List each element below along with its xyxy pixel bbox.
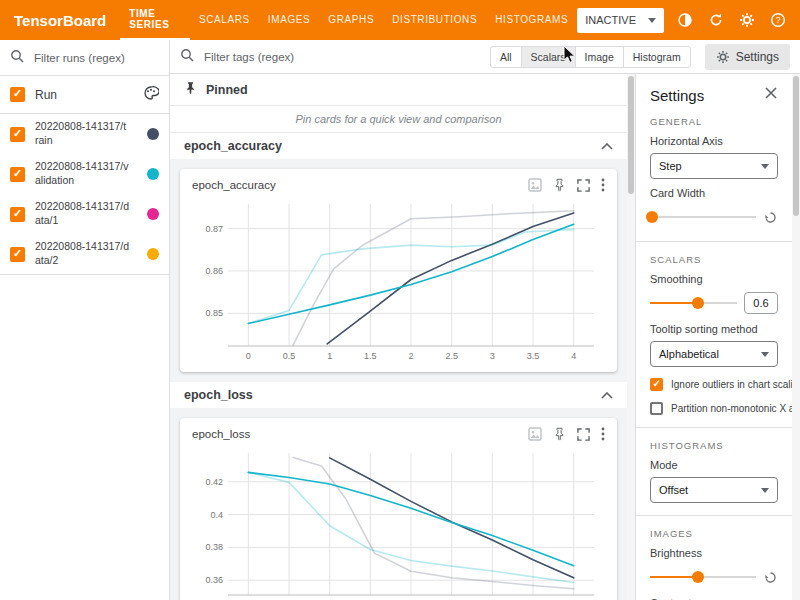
image-toggle-icon[interactable] — [528, 178, 542, 192]
reset-icon[interactable] — [763, 210, 778, 225]
slider-thumb[interactable] — [692, 571, 704, 583]
settings-button[interactable]: Settings — [705, 44, 790, 70]
run-checkbox[interactable] — [10, 207, 25, 222]
svg-text:0.36: 0.36 — [205, 575, 223, 585]
histograms-heading: HISTOGRAMS — [650, 440, 778, 451]
pin-icon — [184, 81, 197, 98]
filter-tags-input[interactable] — [202, 50, 317, 64]
slider-thumb[interactable] — [692, 297, 704, 309]
tab-time-series[interactable]: TIME SERIES — [120, 0, 190, 40]
fullscreen-icon[interactable] — [577, 428, 590, 441]
tooltip-sorting-value: Alphabetical — [659, 348, 719, 360]
smoothing-label: Smoothing — [650, 273, 778, 285]
svg-text:2.5: 2.5 — [445, 351, 458, 361]
epoch-loss-chart[interactable]: 00.511.522.533.540.360.380.40.42 — [194, 445, 604, 600]
images-heading: IMAGES — [650, 528, 778, 539]
run-select-all-checkbox[interactable] — [10, 87, 25, 102]
horizontal-axis-dropdown[interactable]: Step — [650, 153, 778, 179]
card-width-slider[interactable] — [650, 207, 756, 227]
chevron-up-icon[interactable] — [601, 388, 613, 402]
run-checkbox[interactable] — [10, 247, 25, 262]
tooltip-sorting-dropdown[interactable]: Alphabetical — [650, 341, 778, 367]
run-row-data-2[interactable]: 20220808-141317/data/2 — [0, 234, 169, 274]
ignore-outliers-checkbox[interactable] — [650, 378, 663, 391]
brightness-slider[interactable] — [650, 567, 756, 587]
search-icon — [180, 48, 194, 66]
reset-icon[interactable] — [763, 570, 778, 585]
svg-text:1.5: 1.5 — [364, 351, 377, 361]
partition-x-axis-checkbox[interactable] — [650, 402, 663, 415]
smoothing-value[interactable]: 0.6 — [744, 292, 778, 314]
filter-runs-input[interactable] — [32, 51, 147, 65]
section-body-epoch-loss: epoch_loss 00.511.522.533.540 — [170, 408, 627, 600]
palette-icon[interactable] — [143, 85, 159, 104]
horizontal-axis-label: Horizontal Axis — [650, 135, 778, 147]
theme-toggle-icon[interactable] — [675, 10, 695, 30]
pin-outline-icon[interactable] — [553, 427, 566, 441]
pinned-label: Pinned — [206, 83, 248, 97]
fullscreen-icon[interactable] — [577, 179, 590, 192]
histogram-mode-value: Offset — [659, 484, 688, 496]
run-label: 20220808-141317/data/2 — [35, 240, 129, 267]
section-header-epoch-loss[interactable]: epoch_loss — [170, 382, 627, 408]
card-title: epoch_loss — [192, 428, 250, 440]
settings-panel: Settings GENERAL Horizontal Axis Step Ca… — [635, 74, 792, 600]
status-dropdown[interactable]: INACTIVE — [577, 8, 664, 33]
chip-scalars[interactable]: Scalars — [521, 46, 576, 68]
run-row-train[interactable]: 20220808-141317/train — [0, 114, 169, 154]
pin-outline-icon[interactable] — [553, 178, 566, 192]
help-icon[interactable]: ? — [768, 10, 788, 30]
filter-runs-row — [0, 40, 169, 76]
run-label: 20220808-141317/validation — [35, 160, 129, 187]
caret-down-icon — [761, 164, 769, 169]
more-options-icon[interactable] — [601, 178, 605, 192]
more-options-icon[interactable] — [601, 427, 605, 441]
svg-text:4: 4 — [571, 351, 576, 361]
tab-scalars[interactable]: SCALARS — [190, 0, 259, 40]
section-header-epoch-accuracy[interactable]: epoch_accuracy — [170, 133, 627, 159]
settings-gear-icon[interactable] — [737, 10, 757, 30]
panel-scrollbar-thumb[interactable] — [793, 76, 799, 216]
main-scrollbar-thumb[interactable] — [628, 76, 634, 194]
status-value: INACTIVE — [585, 14, 636, 26]
panel-scrollbar — [792, 74, 800, 600]
epoch-accuracy-chart[interactable]: 00.511.522.533.540.850.860.87 — [194, 196, 604, 364]
tag-filter-chips: All Scalars Image Histogram — [490, 46, 691, 68]
caret-down-icon — [648, 18, 656, 23]
cards-area: Pinned Pin cards for a quick view and co… — [170, 74, 627, 600]
caret-down-icon — [761, 352, 769, 357]
close-icon[interactable] — [764, 86, 778, 104]
refresh-icon[interactable] — [706, 10, 726, 30]
section-title: epoch_loss — [184, 388, 253, 402]
run-checkbox[interactable] — [10, 167, 25, 182]
chip-image[interactable]: Image — [575, 46, 624, 68]
svg-text:0.42: 0.42 — [205, 477, 223, 487]
run-list-header: Run — [0, 76, 169, 114]
svg-text:0.87: 0.87 — [205, 224, 223, 234]
svg-text:3: 3 — [489, 351, 494, 361]
tab-histograms[interactable]: HISTOGRAMS — [486, 0, 577, 40]
chip-histogram[interactable]: Histogram — [623, 46, 691, 68]
horizontal-axis-value: Step — [659, 160, 682, 172]
image-toggle-icon[interactable] — [528, 427, 542, 441]
smoothing-slider[interactable] — [650, 293, 737, 313]
pinned-hint: Pin cards for a quick view and compariso… — [170, 106, 627, 133]
tab-graphs[interactable]: GRAPHS — [319, 0, 383, 40]
scalar-card-epoch-loss: epoch_loss 00.511.522.533.540 — [180, 418, 617, 600]
run-label: 20220808-141317/train — [35, 120, 129, 147]
tab-distributions[interactable]: DISTRIBUTIONS — [383, 0, 486, 40]
run-row-data-1[interactable]: 20220808-141317/data/1 — [0, 194, 169, 234]
run-row-validation[interactable]: 20220808-141317/validation — [0, 154, 169, 194]
run-checkbox[interactable] — [10, 127, 25, 142]
tab-images[interactable]: IMAGES — [259, 0, 320, 40]
tags-toolbar: All Scalars Image Histogram Settings — [170, 40, 800, 74]
card-actions — [528, 427, 605, 441]
histogram-mode-dropdown[interactable]: Offset — [650, 477, 778, 503]
slider-thumb[interactable] — [646, 211, 658, 223]
chevron-up-icon[interactable] — [601, 139, 613, 153]
pinned-header: Pinned — [170, 74, 627, 106]
gear-icon — [716, 50, 730, 64]
search-icon — [10, 49, 24, 67]
chip-all[interactable]: All — [490, 46, 522, 68]
run-label: 20220808-141317/data/1 — [35, 200, 129, 227]
